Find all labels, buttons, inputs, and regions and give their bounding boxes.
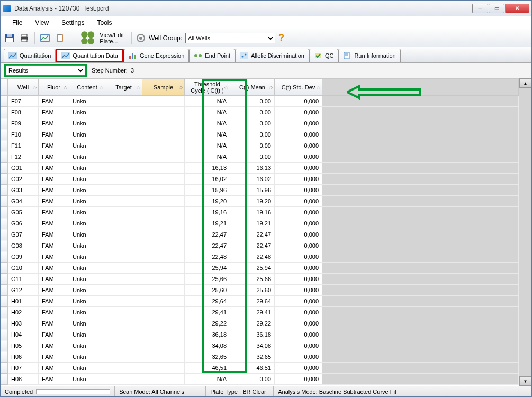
col-target[interactable]: Target◇: [105, 79, 142, 96]
row-handle[interactable]: [1, 274, 8, 285]
scroll-up-button[interactable]: ▲: [519, 78, 531, 88]
cell-content: Unkn: [69, 240, 105, 251]
minimize-button[interactable]: ─: [472, 4, 488, 13]
clipboard-icon[interactable]: [54, 32, 66, 44]
menu-settings[interactable]: Settings: [55, 18, 91, 28]
table-row[interactable]: H04FAMUnkn36,1836,180,000: [1, 329, 519, 340]
menu-file[interactable]: File: [6, 18, 29, 28]
col-fluor[interactable]: Fluor△: [39, 79, 69, 96]
table-row[interactable]: H01FAMUnkn29,6429,640,000: [1, 296, 519, 307]
close-button[interactable]: ✕: [505, 4, 529, 13]
table-row[interactable]: G10FAMUnkn25,9425,940,000: [1, 263, 519, 274]
print-icon[interactable]: [19, 32, 30, 44]
col-ct-stddev[interactable]: C(t) Std. Dev◇: [275, 79, 322, 96]
row-handle[interactable]: [1, 251, 8, 263]
row-handle[interactable]: [1, 285, 8, 296]
table-row[interactable]: H05FAMUnkn34,0834,080,000: [1, 340, 519, 351]
tab-quantitation[interactable]: Quantitation: [4, 49, 56, 62]
table-row[interactable]: G08FAMUnkn22,4722,470,000: [1, 240, 519, 251]
col-well[interactable]: Well◇: [8, 79, 39, 96]
save-icon[interactable]: [4, 32, 15, 44]
data-grid[interactable]: Well◇ Fluor△ Content◇ Target◇ Sample◇ Th…: [1, 78, 519, 386]
cell-threshold: 25,66: [185, 274, 230, 285]
table-row[interactable]: H06FAMUnkn32,6532,650,000: [1, 351, 519, 363]
tab-quantitation-data[interactable]: Quantitation Data: [56, 49, 124, 62]
help-icon[interactable]: ?: [278, 32, 284, 43]
col-threshold-cycle[interactable]: Threshold Cycle ( C(t) )◇: [185, 79, 230, 96]
row-handle[interactable]: [1, 118, 8, 129]
cell-sample: [142, 96, 185, 107]
table-row[interactable]: F08FAMUnknN/A0,000,000: [1, 107, 519, 118]
col-content[interactable]: Content◇: [69, 79, 105, 96]
row-handle[interactable]: [1, 174, 8, 185]
row-handle[interactable]: [1, 185, 8, 196]
cell-sample: [142, 118, 185, 129]
row-handle[interactable]: [1, 340, 8, 351]
table-row[interactable]: G04FAMUnkn19,2019,200,000: [1, 196, 519, 207]
table-row[interactable]: G05FAMUnkn19,1619,160,000: [1, 207, 519, 218]
menu-view[interactable]: View: [29, 18, 55, 28]
menu-tools[interactable]: Tools: [91, 18, 119, 28]
col-sample[interactable]: Sample◇: [142, 79, 185, 96]
table-row[interactable]: H02FAMUnkn29,4129,410,000: [1, 307, 519, 318]
table-row[interactable]: G07FAMUnkn22,4722,470,000: [1, 229, 519, 240]
cell-blank: [322, 196, 519, 207]
tab-run-information[interactable]: Run Information: [338, 49, 400, 62]
results-table: Well◇ Fluor△ Content◇ Target◇ Sample◇ Th…: [1, 78, 519, 385]
view-edit-plate-button[interactable]: View/Edit Plate...: [75, 31, 127, 45]
table-row[interactable]: F07FAMUnknN/A0,000,000: [1, 96, 519, 107]
row-handle[interactable]: [1, 207, 8, 218]
row-handle[interactable]: [1, 374, 8, 385]
table-row[interactable]: F11FAMUnknN/A0,000,000: [1, 140, 519, 151]
cell-blank: [322, 185, 519, 196]
row-handle[interactable]: [1, 163, 8, 174]
tab-allelic-discrimination[interactable]: Allelic Discrimination: [235, 49, 309, 62]
row-handle[interactable]: [1, 296, 8, 307]
row-handle[interactable]: [1, 129, 8, 140]
table-row[interactable]: G02FAMUnkn16,0216,020,000: [1, 174, 519, 185]
cell-blank: [322, 118, 519, 129]
row-handle[interactable]: [1, 196, 8, 207]
table-row[interactable]: F12FAMUnknN/A0,000,000: [1, 151, 519, 163]
table-row[interactable]: H03FAMUnkn29,2229,220,000: [1, 318, 519, 329]
row-handle[interactable]: [1, 229, 8, 240]
row-handle[interactable]: [1, 151, 8, 163]
table-row[interactable]: G01FAMUnkn16,1316,130,000: [1, 163, 519, 174]
results-dropdown[interactable]: Results: [6, 65, 85, 76]
tab-end-point[interactable]: End Point: [189, 49, 235, 62]
table-row[interactable]: H08FAMUnknN/A0,000,000: [1, 374, 519, 385]
tab-qc[interactable]: QC: [309, 49, 339, 62]
table-row[interactable]: H07FAMUnkn46,5146,510,000: [1, 363, 519, 374]
svg-point-12: [81, 38, 87, 44]
well-group-select[interactable]: All Wells: [185, 33, 275, 43]
vertical-scrollbar[interactable]: ▲ ▼: [519, 78, 531, 386]
row-handle[interactable]: [1, 107, 8, 118]
table-row[interactable]: F10FAMUnknN/A0,000,000: [1, 129, 519, 140]
cell-sample: [142, 307, 185, 318]
row-handle[interactable]: [1, 218, 8, 229]
col-ct-mean[interactable]: C(t) Mean◇: [230, 79, 275, 96]
table-row[interactable]: G03FAMUnkn15,9615,960,000: [1, 185, 519, 196]
row-handle[interactable]: [1, 240, 8, 251]
maximize-button[interactable]: ▭: [489, 4, 504, 13]
table-row[interactable]: G06FAMUnkn19,2119,210,000: [1, 218, 519, 229]
row-handle[interactable]: [1, 329, 8, 340]
row-handle[interactable]: [1, 363, 8, 374]
row-handle[interactable]: [1, 96, 8, 107]
table-row[interactable]: G09FAMUnkn22,4822,480,000: [1, 251, 519, 263]
row-handle[interactable]: [1, 318, 8, 329]
row-handle[interactable]: [1, 307, 8, 318]
table-row[interactable]: F09FAMUnknN/A0,000,000: [1, 118, 519, 129]
row-handle[interactable]: [1, 263, 8, 274]
cell-target: [105, 263, 142, 274]
chart-icon[interactable]: [39, 32, 51, 44]
table-row[interactable]: G11FAMUnkn25,6625,660,000: [1, 274, 519, 285]
cell-blank: [322, 296, 519, 307]
tab-gene-expression[interactable]: Gene Expression: [124, 49, 189, 62]
table-row[interactable]: G12FAMUnkn25,6025,600,000: [1, 285, 519, 296]
row-handle[interactable]: [1, 140, 8, 151]
row-handle[interactable]: [1, 351, 8, 363]
scroll-down-button[interactable]: ▼: [519, 376, 531, 386]
cell-target: [105, 163, 142, 174]
cell-mean: 16,02: [230, 174, 275, 185]
